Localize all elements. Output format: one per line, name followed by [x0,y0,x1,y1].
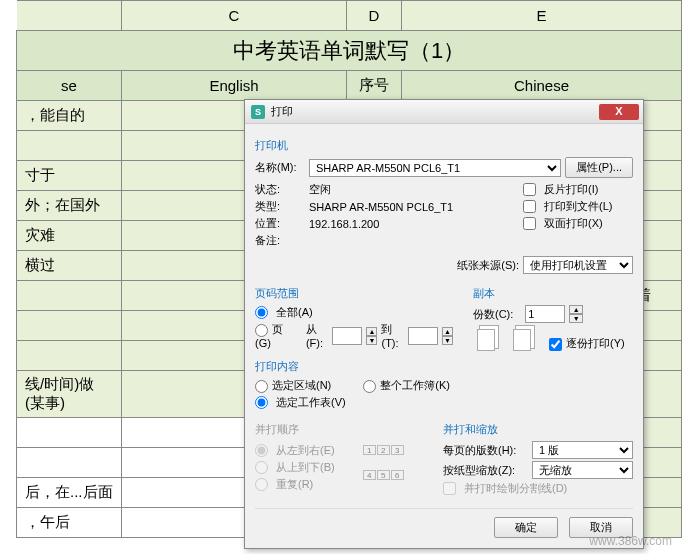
from-input[interactable] [332,327,362,345]
cell[interactable]: ，午后 [17,508,122,538]
cell[interactable] [17,311,122,341]
close-button[interactable]: X [599,104,639,120]
status-label: 状态: [255,182,305,197]
printer-select[interactable]: SHARP AR-M550N PCL6_T1 [309,159,561,177]
where-label: 位置: [255,216,305,231]
ttb-radio: 从上到下(B) [255,460,335,475]
col-c[interactable]: C [122,1,347,31]
cell[interactable] [17,448,122,478]
region-radio[interactable]: 选定区域(N) [255,378,331,393]
cell[interactable]: 线/时间)做(某事) [17,371,122,418]
name-label: 名称(M): [255,160,305,175]
copies-label: 份数(C): [473,307,513,322]
copies-input[interactable] [525,305,565,323]
order-preview-icon: 123456 [363,445,404,494]
drawline-check: 并打时绘制分割线(D) [443,481,633,496]
perpage-select[interactable]: 1 版 [532,441,633,459]
tofile-check[interactable]: 打印到文件(L) [523,199,633,214]
cell[interactable]: ，能自的 [17,101,122,131]
type-label: 类型: [255,199,305,214]
cell[interactable] [17,341,122,371]
status-value: 空闲 [309,182,331,197]
collate-check[interactable]: 逐份打印(Y) [549,336,625,351]
range-group: 页码范围 [255,286,453,301]
where-value: 192.168.1.200 [309,218,379,230]
properties-button[interactable]: 属性(P)... [565,157,633,178]
cell[interactable]: 寸于 [17,161,122,191]
cell[interactable]: 灾难 [17,221,122,251]
duplex-check[interactable]: 双面打印(X) [523,216,633,231]
spin[interactable]: ▲▼ [569,305,583,323]
col-e[interactable]: E [402,1,682,31]
print-dialog: S 打印 X 打印机 名称(M): SHARP AR-M550N PCL6_T1… [244,99,644,549]
col-d[interactable]: D [347,1,402,31]
source-select[interactable]: 使用打印机设置 [523,256,633,274]
all-radio[interactable]: 全部(A) [255,305,453,320]
ltr-radio: 从左到右(E) [255,443,335,458]
comment-label: 备注: [255,233,305,248]
app-icon: S [251,105,265,119]
dialog-title: 打印 [271,104,599,119]
hdr-chinese: Chinese [402,71,682,101]
spin[interactable]: ▲▼ [366,327,377,345]
to-input[interactable] [408,327,438,345]
reverse-check[interactable]: 反片打印(I) [523,182,633,197]
collate-icon [513,329,531,351]
sheets-radio[interactable]: 选定工作表(V) [255,395,633,410]
content-group: 打印内容 [255,359,633,374]
type-value: SHARP AR-M550N PCL6_T1 [309,201,453,213]
printer-group: 打印机 [255,138,633,153]
workbook-radio[interactable]: 整个工作簿(K) [363,378,450,393]
ok-button[interactable]: 确定 [494,517,558,538]
spin[interactable]: ▲▼ [442,327,453,345]
hdr-english: English [122,71,347,101]
repeat-radio: 重复(R) [255,477,335,492]
cell[interactable] [17,418,122,448]
collate-icon [477,329,495,351]
cell[interactable] [17,281,122,311]
cell[interactable]: 外；在国外 [17,191,122,221]
hdr-left: se [17,71,122,101]
scale-select[interactable]: 无缩放 [532,461,633,479]
order-group: 并打顺序 [255,422,423,437]
source-label: 纸张来源(S): [457,258,519,273]
pages-radio[interactable]: 页(G) [255,322,290,349]
sheet-title: 中考英语单词默写（1） [17,31,682,71]
scale-group: 并打和缩放 [443,422,633,437]
cell[interactable] [17,131,122,161]
cell[interactable]: 后，在...后面 [17,478,122,508]
hdr-seq: 序号 [347,71,402,101]
cell[interactable]: 横过 [17,251,122,281]
watermark-text: www.386w.com [589,534,672,548]
copies-group: 副本 [473,286,633,301]
